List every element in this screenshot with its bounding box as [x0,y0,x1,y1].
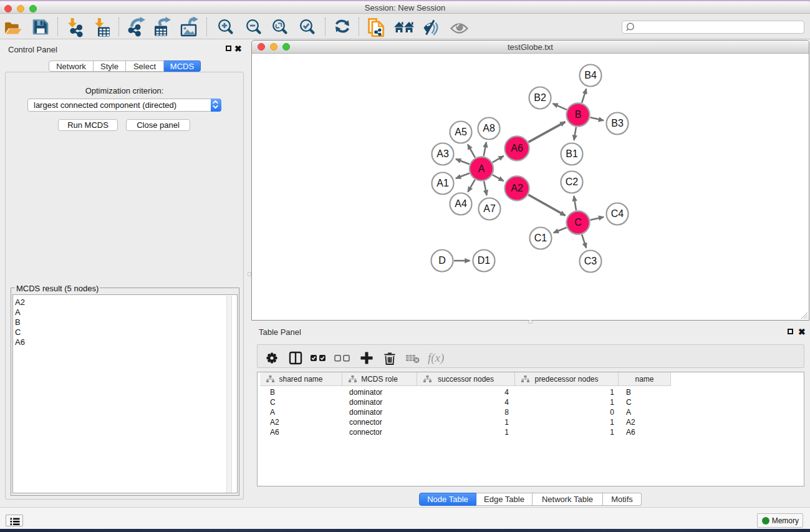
svg-text:A5: A5 [455,127,467,137]
svg-text:B3: B3 [611,118,624,128]
svg-text:B1: B1 [566,148,578,159]
svg-text:A: A [478,163,485,174]
svg-text:f(x): f(x) [428,351,444,365]
svg-text:A7: A7 [483,203,496,214]
svg-text:A4: A4 [455,198,467,209]
svg-text:C3: C3 [584,256,597,266]
svg-text:A8: A8 [483,123,495,133]
svg-text:C2: C2 [566,177,579,187]
svg-text:B2: B2 [534,92,546,103]
svg-text:A2: A2 [511,183,523,193]
svg-text:C1: C1 [534,233,547,243]
svg-text:C4: C4 [611,208,624,219]
svg-text:A3: A3 [436,148,449,159]
svg-text:D: D [438,255,446,266]
svg-text:B: B [575,109,582,120]
svg-text:C: C [574,217,582,228]
svg-text:A6: A6 [511,143,523,153]
svg-text:A1: A1 [436,178,449,188]
svg-text:D1: D1 [478,255,491,266]
svg-text:B4: B4 [584,70,597,80]
